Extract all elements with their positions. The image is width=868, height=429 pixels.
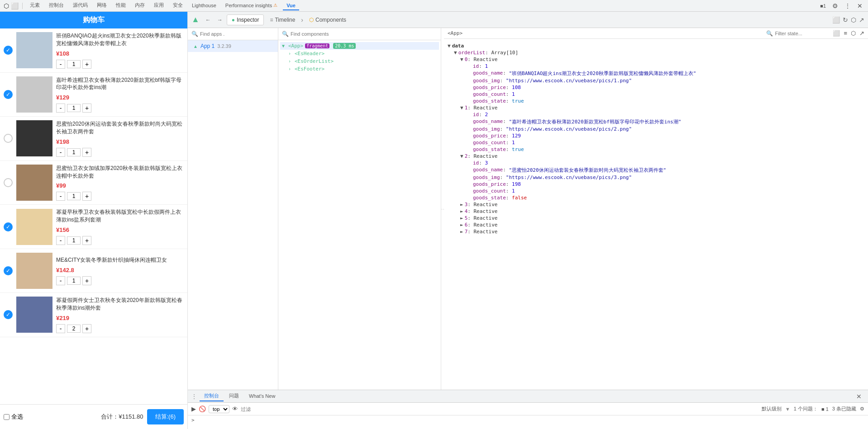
tab-application[interactable]: 应用: [150, 0, 167, 11]
item-checkbox-3[interactable]: [4, 134, 13, 143]
item-1-goods-price: goods_price : 129: [467, 132, 864, 139]
console-close-button[interactable]: ✕: [854, 392, 864, 401]
cart-total: 合计：¥1151.80: [27, 413, 143, 421]
context-dropdown[interactable]: top: [209, 405, 229, 413]
qty-decrease-5[interactable]: -: [56, 236, 65, 245]
tab-elements[interactable]: 元素: [26, 0, 43, 11]
settings-gear-icon[interactable]: ⚙: [860, 406, 864, 412]
tab-network[interactable]: 网络: [93, 0, 110, 11]
nav-back-button[interactable]: ←: [203, 15, 213, 25]
tab-performance[interactable]: 性能: [112, 0, 129, 11]
item-checkbox-7[interactable]: ✓: [4, 310, 13, 319]
comp-search-input[interactable]: [291, 31, 437, 37]
item-2-key: 2: [465, 153, 468, 159]
comp-node-esfooter[interactable]: › <EsFooter>: [286, 65, 439, 73]
item-price-4: ¥99: [56, 182, 184, 189]
inspect-element-icon[interactable]: ⬜: [832, 16, 840, 24]
item-4-toggle[interactable]: ►: [460, 208, 463, 214]
tab-issues[interactable]: 问题: [224, 391, 243, 401]
tab-components[interactable]: ⬡ Components: [304, 14, 351, 25]
item-name-4: 思蜜怡卫衣女加绒加厚2020秋冬装新款韩版宽松上衣连帽中长款外套: [56, 165, 184, 180]
orderlist-key: orderList: [458, 50, 486, 56]
settings-icon[interactable]: ⚙: [830, 1, 840, 10]
qty-decrease-7[interactable]: -: [56, 324, 65, 333]
item-checkbox-4[interactable]: [4, 178, 13, 187]
tab-timeline[interactable]: ≡ Timeline: [265, 14, 300, 25]
qty-decrease-3[interactable]: -: [56, 148, 65, 157]
item-2-id: id : 3: [467, 160, 864, 166]
item-qty-3: - 1 +: [56, 148, 184, 157]
comp-node-app[interactable]: ▼ <App> fragment 20.3 ms: [280, 42, 439, 50]
app-item-1[interactable]: ▲ App 1 3.2.39: [188, 40, 278, 52]
qty-decrease-2[interactable]: -: [56, 104, 65, 113]
select-all-label[interactable]: 全选: [4, 413, 23, 421]
qty-increase-3[interactable]: +: [82, 148, 91, 157]
qty-increase-4[interactable]: +: [82, 192, 91, 201]
clear-icon[interactable]: 🚫: [199, 405, 206, 412]
data-panel-icon-1[interactable]: ⬜: [833, 30, 840, 37]
comp-node-esorderlist[interactable]: › <EsOrderList>: [286, 57, 439, 65]
qty-value-2: 1: [67, 104, 81, 112]
item-5-toggle[interactable]: ►: [460, 215, 463, 221]
tab-vue[interactable]: Vue: [283, 1, 299, 10]
qty-increase-6[interactable]: +: [82, 276, 91, 285]
qty-decrease-4[interactable]: -: [56, 192, 65, 201]
filter-state-input[interactable]: [775, 31, 829, 36]
item-7-toggle[interactable]: ►: [460, 229, 463, 235]
qty-decrease-6[interactable]: -: [56, 276, 65, 285]
item-2-toggle[interactable]: ▼: [460, 153, 463, 159]
qty-increase-2[interactable]: +: [82, 104, 91, 113]
qty-increase-7[interactable]: +: [82, 324, 91, 333]
item-2-goods-price: goods_price : 198: [467, 181, 864, 188]
qty-increase-1[interactable]: +: [82, 60, 91, 69]
tab-console[interactable]: 控制台: [45, 0, 67, 11]
expand-icon[interactable]: ⬡: [851, 16, 856, 24]
item-name-2: 嘉叶希连帽卫衣女春秋薄款2020新款宽松bf韩版字母印花中长款外套ins潮: [56, 76, 184, 92]
item-checkbox-1[interactable]: ✓: [4, 46, 13, 55]
checkout-button[interactable]: 结算:(6): [147, 409, 184, 424]
item-price-1: ¥108: [56, 50, 184, 57]
item-2-goods-img: goods_img : "https://www.escook.cn/vueba…: [467, 174, 864, 181]
tab-inspector[interactable]: ● Inspector: [227, 14, 264, 25]
tab-console[interactable]: 控制台: [200, 391, 224, 401]
apps-search-input[interactable]: [200, 31, 274, 37]
tab-whats-new[interactable]: What's New: [244, 392, 280, 401]
cart-footer: 全选 合计：¥1151.80 结算:(6): [0, 404, 187, 429]
more-icon[interactable]: ⋮: [843, 1, 853, 10]
components-icon: ⬡: [309, 17, 314, 23]
item-0-colon: :: [467, 57, 473, 62]
tab-lighthouse[interactable]: Lighthouse: [188, 1, 220, 10]
item-3-toggle[interactable]: ►: [460, 202, 463, 207]
nav-forward-button[interactable]: →: [215, 15, 225, 25]
tab-security[interactable]: 安全: [169, 0, 186, 11]
item-checkbox-5[interactable]: ✓: [4, 222, 13, 231]
tab-memory[interactable]: 内存: [131, 0, 148, 11]
data-section-toggle[interactable]: ▼: [448, 43, 451, 49]
run-icon[interactable]: ▶: [191, 405, 196, 412]
refresh-icon[interactable]: ↻: [843, 16, 848, 24]
tab-sources[interactable]: 源代码: [69, 0, 91, 11]
item-1-toggle[interactable]: ▼: [460, 105, 463, 111]
qty-decrease-1[interactable]: -: [56, 60, 65, 69]
open-in-editor-icon[interactable]: ↗: [859, 16, 864, 24]
item-checkbox-6[interactable]: ✓: [4, 266, 13, 275]
item-6-toggle[interactable]: ►: [460, 222, 463, 228]
orderlist-toggle[interactable]: ▼: [454, 50, 457, 56]
comp-node-esheader[interactable]: › <EsHeader>: [286, 50, 439, 57]
devtools-top-bar: ⬡ ⬜ 元素 控制台 源代码 网络 性能 内存 应用 安全 Lighthouse…: [0, 0, 868, 12]
tab-perf-insights[interactable]: Performance insights⚠: [222, 1, 281, 10]
data-panel-icon-2[interactable]: ≡: [844, 30, 847, 37]
item-image-3: [16, 120, 52, 156]
item-checkbox-2[interactable]: ✓: [4, 90, 13, 99]
data-panel-icon-4[interactable]: ↗: [859, 30, 864, 37]
eye-icon[interactable]: 👁: [232, 405, 238, 412]
item-0-toggle[interactable]: ▼: [460, 57, 463, 62]
console-filter-input[interactable]: [241, 406, 759, 412]
qty-increase-5[interactable]: +: [82, 236, 91, 245]
orderlist-content: ▼ 0 : Reactive id : 1: [460, 56, 864, 235]
data-panel-icon-3[interactable]: ⬡: [851, 30, 856, 37]
select-all-checkbox[interactable]: [4, 414, 10, 420]
tab-inspector-label: Inspector: [237, 17, 259, 23]
item-price-3: ¥198: [56, 138, 184, 145]
close-devtools-icon[interactable]: ✕: [855, 1, 864, 10]
